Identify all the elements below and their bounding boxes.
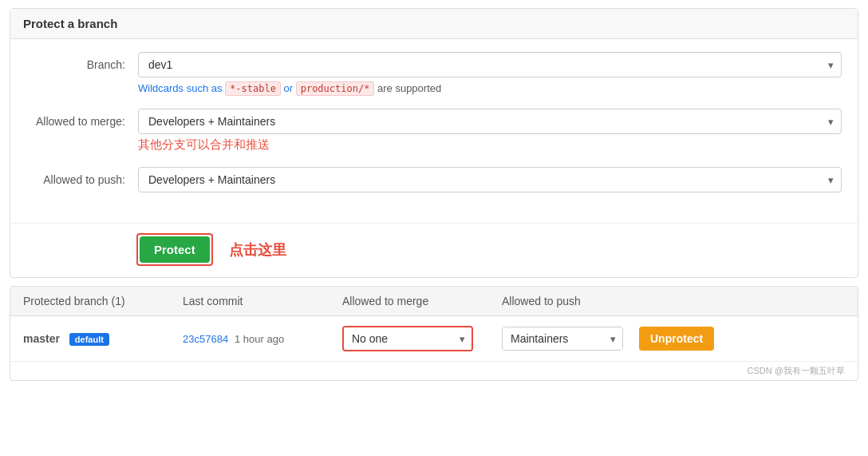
push-select-wrap: Maintainers Developers + Maintainers No … xyxy=(502,327,623,351)
protect-button-wrap: Protect xyxy=(136,233,213,266)
allowed-merge-label: Allowed to merge: xyxy=(26,109,138,128)
allowed-push-select-wrapper: Developers + Maintainers xyxy=(138,167,842,192)
row-merge-select[interactable]: No one Developers + Maintainers Maintain… xyxy=(344,327,471,350)
commit-cell: 23c57684 1 hour ago xyxy=(183,332,342,345)
page-title: Protect a branch xyxy=(23,17,117,30)
protect-btn-row: Protect 点击这里 xyxy=(10,223,858,277)
allowed-merge-select-wrapper: Developers + Maintainers xyxy=(138,109,842,134)
branch-select-wrapper: dev1 xyxy=(138,52,842,77)
wildcard-prefix: Wildcards such as xyxy=(138,82,225,94)
branch-label: Branch: xyxy=(26,52,138,71)
allowed-merge-row: Allowed to merge: Developers + Maintaine… xyxy=(26,109,842,153)
branch-name: master xyxy=(23,332,60,345)
col-push-header: Allowed to push xyxy=(502,295,845,307)
col-branch-header: Protected branch (1) xyxy=(23,295,183,307)
wildcard-example2: production/* xyxy=(296,81,375,96)
default-badge: default xyxy=(69,333,109,346)
allowed-push-select[interactable]: Developers + Maintainers xyxy=(138,167,842,192)
watermark: CSDN @我有一颗五叶草 xyxy=(10,362,858,380)
row-push-select[interactable]: Maintainers Developers + Maintainers No … xyxy=(503,327,622,350)
branch-cell: master default xyxy=(23,332,183,345)
section-header: Protect a branch xyxy=(10,9,858,39)
unprotect-button[interactable]: Unprotect xyxy=(639,327,714,351)
form-body: Branch: dev1 Wildcards such as *-stable … xyxy=(10,39,858,223)
wildcard-or: or xyxy=(281,82,296,94)
allowed-push-label: Allowed to push: xyxy=(26,167,138,186)
branch-select[interactable]: dev1 xyxy=(138,52,842,77)
merge-cell: No one Developers + Maintainers Maintain… xyxy=(342,326,502,351)
col-merge-header: Allowed to merge xyxy=(342,295,502,307)
wildcard-hint: Wildcards such as *-stable or production… xyxy=(138,82,842,94)
wildcard-example1: *-stable xyxy=(225,81,281,96)
branch-control: dev1 Wildcards such as *-stable or produ… xyxy=(138,52,842,94)
wildcard-suffix: are supported xyxy=(374,82,441,94)
table-row: master default 23c57684 1 hour ago No on… xyxy=(10,316,858,362)
allowed-merge-select[interactable]: Developers + Maintainers xyxy=(138,109,842,134)
merge-annotation: 其他分支可以合并和推送 xyxy=(138,137,842,153)
allowed-merge-control: Developers + Maintainers 其他分支可以合并和推送 xyxy=(138,109,842,153)
col-commit-header: Last commit xyxy=(183,295,342,307)
allowed-push-control: Developers + Maintainers xyxy=(138,167,842,192)
allowed-push-row: Allowed to push: Developers + Maintainer… xyxy=(26,167,842,192)
commit-link[interactable]: 23c57684 xyxy=(183,333,228,345)
protected-branches-section: Protected branch (1) Last commit Allowed… xyxy=(10,286,858,381)
commit-time: 1 hour ago xyxy=(235,333,284,345)
click-hint: 点击这里 xyxy=(229,240,286,260)
table-header-row: Protected branch (1) Last commit Allowed… xyxy=(10,287,858,316)
protect-button[interactable]: Protect xyxy=(140,236,210,263)
page-container: Protect a branch Branch: dev1 Wildcards … xyxy=(0,8,868,381)
merge-select-wrap: No one Developers + Maintainers Maintain… xyxy=(342,326,473,351)
push-cell: Maintainers Developers + Maintainers No … xyxy=(502,327,845,351)
protect-form-section: Protect a branch Branch: dev1 Wildcards … xyxy=(10,8,858,278)
branch-row: Branch: dev1 Wildcards such as *-stable … xyxy=(26,52,842,94)
